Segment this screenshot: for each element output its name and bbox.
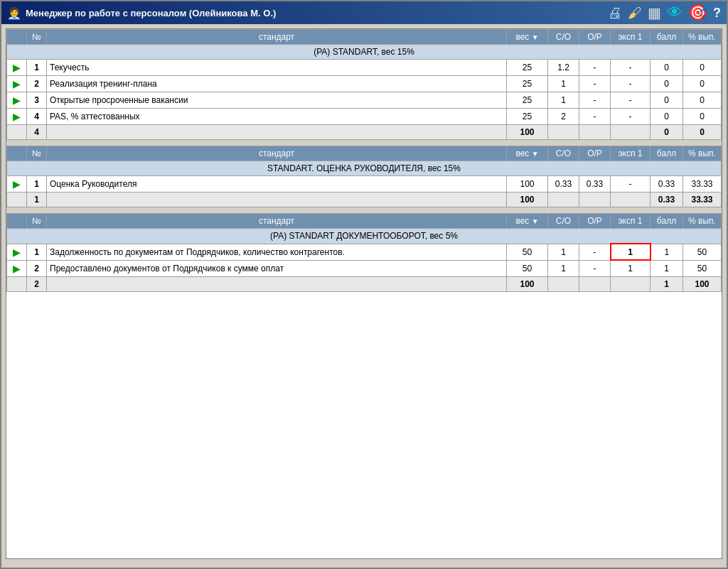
play-button-1-3[interactable]: ▶ — [13, 94, 21, 106]
col-ves: вес ▼ — [507, 146, 548, 161]
col-co: С/О — [548, 214, 579, 229]
table-1-header: № стандарт вес ▼ С/О О/Р эксп 1 балл % в… — [7, 30, 722, 45]
col-num: № — [27, 146, 47, 161]
play-button-3-1[interactable]: ▶ — [13, 246, 21, 258]
col-ves: вес ▼ — [507, 30, 548, 45]
col-num: № — [27, 30, 47, 45]
table-row: ▶ 2 Реализация тренинг-плана 25 1 - - 0 … — [7, 76, 722, 92]
col-standard: стандарт — [47, 30, 507, 45]
col-play — [7, 214, 27, 229]
col-exp: эксп 1 — [611, 214, 651, 229]
col-co: С/О — [548, 146, 579, 161]
col-exp: эксп 1 — [611, 146, 651, 161]
col-exp: эксп 1 — [611, 30, 651, 45]
col-standard: стандарт — [47, 214, 507, 229]
help-icon[interactable]: ? — [713, 6, 721, 21]
title-bar: 🧑‍💼 Менеджер по работе с персоналом (Оле… — [1, 1, 727, 24]
play-button-1-4[interactable]: ▶ — [13, 111, 21, 122]
grid-icon[interactable]: ▦ — [648, 4, 661, 21]
play-button-1-2[interactable]: ▶ — [13, 78, 21, 90]
window-title: Менеджер по работе с персоналом (Олейник… — [26, 8, 276, 18]
main-content: № стандарт вес ▼ С/О О/Р эксп 1 балл % в… — [6, 28, 722, 559]
col-op: О/Р — [579, 30, 611, 45]
table-row: ▶ 3 Открытые просроченные вакансии 25 1 … — [7, 92, 722, 109]
app-icon: 🧑‍💼 — [7, 6, 21, 20]
section-spacer-1 — [6, 140, 722, 146]
section-label-3: (РА) STANDART ДОКУМЕНТООБОРОТ, вес 5% — [7, 229, 722, 244]
col-ball: балл — [651, 30, 683, 45]
col-play — [7, 146, 27, 161]
play-button-1-1[interactable]: ▶ — [13, 62, 21, 73]
table-1-total: 4 100 0 0 — [7, 125, 722, 140]
table-row: ▶ 1 Текучесть 25 1.2 - - 0 0 — [7, 60, 722, 76]
section-label-1: (РА) STANDART, вес 15% — [7, 45, 722, 60]
table-2-header: № стандарт вес ▼ С/О О/Р эксп 1 балл % в… — [7, 146, 722, 161]
section-label-2: STANDART. ОЦЕНКА РУКОВОДИТЕЛЯ, вес 15% — [7, 161, 722, 176]
target-icon[interactable]: 🎯 — [688, 4, 707, 22]
col-op: О/Р — [579, 146, 611, 161]
play-button-2-1[interactable]: ▶ — [13, 178, 21, 190]
col-ball: балл — [651, 146, 683, 161]
eye-icon[interactable]: 👁 — [667, 4, 682, 22]
col-ves: вес ▼ — [507, 214, 548, 229]
col-num: № — [27, 214, 47, 229]
brush-icon[interactable]: 🖌 — [628, 5, 642, 21]
col-pct: % вып. — [683, 146, 722, 161]
play-button-3-2[interactable]: ▶ — [13, 263, 21, 274]
exp-highlighted-cell: 1 — [611, 244, 651, 260]
col-pct: % вып. — [683, 30, 722, 45]
col-co: С/О — [548, 30, 579, 45]
section-spacer-2 — [6, 207, 722, 213]
col-standard: стандарт — [47, 146, 507, 161]
toolbar: 🖨 🖌 ▦ 👁 🎯 ? — [608, 4, 721, 22]
col-op: О/Р — [579, 214, 611, 229]
print-icon[interactable]: 🖨 — [608, 5, 622, 21]
col-ball: балл — [651, 214, 683, 229]
table-3: № стандарт вес ▼ С/О О/Р эксп 1 балл % в… — [6, 213, 722, 292]
table-2-total: 1 100 0.33 33.33 — [7, 193, 722, 207]
col-pct: % вып. — [683, 214, 722, 229]
table-3-total: 2 100 1 100 — [7, 276, 722, 291]
table-row: ▶ 1 Задолженность по документам от Подря… — [7, 244, 722, 260]
table-row: ▶ 1 Оценка Руководителя 100 0.33 0.33 - … — [7, 176, 722, 193]
table-3-header: № стандарт вес ▼ С/О О/Р эксп 1 балл % в… — [7, 214, 722, 229]
col-play — [7, 30, 27, 45]
table-row: ▶ 4 PAS, % аттестованных 25 2 - - 0 0 — [7, 109, 722, 125]
table-row: ▶ 2 Предоставлено документов от Подрядчи… — [7, 260, 722, 276]
table-1: № стандарт вес ▼ С/О О/Р эксп 1 балл % в… — [6, 29, 722, 140]
table-2: № стандарт вес ▼ С/О О/Р эксп 1 балл % в… — [6, 146, 722, 207]
